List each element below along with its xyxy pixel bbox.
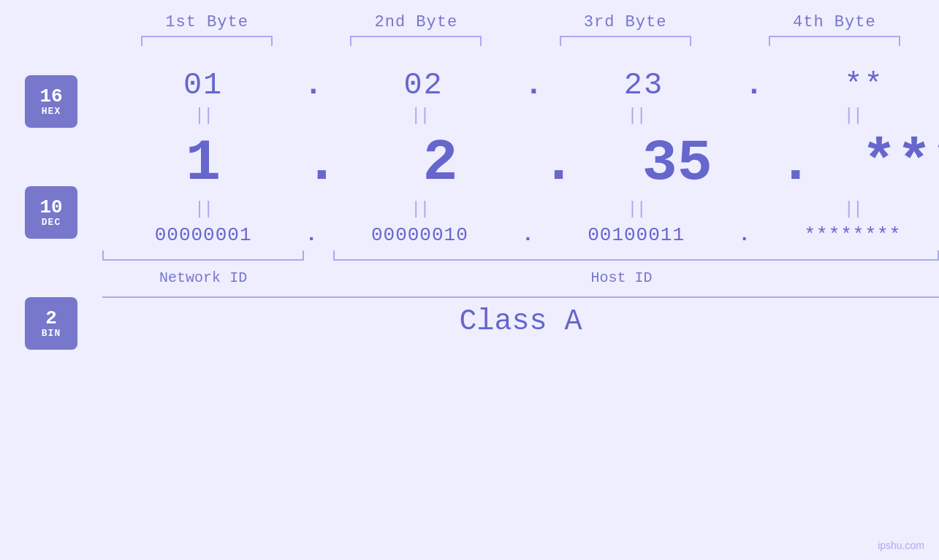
dec-b4-value: ***: [862, 130, 939, 196]
bin-badge-label: BIN: [42, 328, 61, 339]
dec-badge: 10 DEC: [25, 186, 77, 239]
bin-b3-value: 00100011: [588, 224, 685, 246]
eq2-cell3: ||: [536, 199, 737, 219]
bin-b3-cell: 00100011: [536, 224, 737, 246]
dec-b2-value: 2: [422, 130, 457, 196]
network-bracket: [102, 250, 304, 261]
bracket-cell-1: [102, 36, 311, 46]
bin-b1-value: 00000001: [155, 224, 252, 246]
hex-b3-cell: 23: [543, 68, 745, 103]
dec-b3-cell: 35: [577, 130, 778, 196]
hex-dot3: .: [745, 68, 763, 103]
bracket-1: [141, 36, 273, 46]
bin-b4-cell: ********: [752, 224, 939, 246]
equals-row-2: || || || ||: [102, 199, 939, 219]
eq1-4: ||: [843, 106, 862, 126]
header-brackets: [0, 36, 939, 46]
dec-badge-number: 10: [39, 198, 62, 217]
eq1-cell2: ||: [319, 106, 520, 126]
bin-b4-value: ********: [804, 224, 901, 246]
badges-column: 16 HEX 10 DEC 2 BIN: [0, 53, 102, 350]
bin-dot2: .: [521, 223, 536, 246]
hex-b2-cell: 02: [322, 68, 524, 103]
dec-b1-cell: 1: [102, 130, 304, 196]
bin-dot3: .: [737, 223, 752, 246]
byte2-header: 2nd Byte: [311, 13, 520, 31]
class-label: Class A: [102, 305, 939, 338]
data-columns: 01 . 02 . 23 . **: [102, 53, 939, 338]
content-area: 16 HEX 10 DEC 2 BIN 01 .: [0, 53, 939, 560]
host-bracket: [333, 250, 939, 261]
bin-badge: 2 BIN: [25, 297, 77, 350]
byte4-header: 4th Byte: [730, 13, 939, 31]
dec-b2-cell: 2: [339, 130, 541, 196]
hex-b4-cell: **: [763, 68, 939, 103]
bracket-cell-2: [311, 36, 520, 46]
bracket-4: [769, 36, 900, 46]
dec-badge-label: DEC: [42, 217, 61, 228]
hex-badge-label: HEX: [42, 106, 61, 117]
dec-b1-value: 1: [186, 130, 221, 196]
dec-dot1-char: .: [304, 130, 339, 196]
bottom-bracket-container: [102, 250, 939, 265]
eq1-1: ||: [194, 106, 213, 126]
bracket-2: [350, 36, 482, 46]
dec-dot2-char: .: [541, 130, 577, 196]
equals-row-1: || || || ||: [102, 106, 939, 126]
hex-badge: 16 HEX: [25, 75, 77, 128]
eq1-3: ||: [627, 106, 645, 126]
hex-row: 01 . 02 . 23 . **: [102, 68, 939, 103]
class-section: Class A: [102, 296, 939, 338]
dec-row: 1 . 2 . 35 . ***: [102, 130, 939, 196]
hex-dot2: .: [525, 68, 543, 103]
hex-dot1: .: [304, 68, 322, 103]
dec-b3-value: 35: [642, 130, 712, 196]
dec-dot2: .: [541, 130, 577, 196]
host-id-cell: Host ID: [304, 269, 939, 286]
dec-b4-cell: ***: [813, 130, 939, 196]
eq1-2: ||: [411, 106, 429, 126]
eq2-4: ||: [843, 199, 862, 219]
bin-b1-cell: 00000001: [102, 224, 304, 246]
bin-b2-value: 00000010: [371, 224, 468, 246]
bin-dot1: .: [304, 223, 319, 246]
eq2-cell1: ||: [102, 199, 304, 219]
eq2-cell2: ||: [319, 199, 520, 219]
eq2-cell4: ||: [752, 199, 939, 219]
eq2-2: ||: [411, 199, 429, 219]
eq1-cell4: ||: [752, 106, 939, 126]
watermark: ipshu.com: [878, 540, 924, 551]
hex-b2-value: 02: [403, 68, 443, 103]
eq2-3: ||: [627, 199, 645, 219]
dec-dot3-char: .: [778, 130, 813, 196]
hex-b1-value: 01: [183, 68, 223, 103]
host-id-label: Host ID: [591, 269, 653, 286]
network-id-cell: Network ID: [102, 269, 304, 286]
bin-row: 00000001 . 00000010 . 00100011 .: [102, 223, 939, 246]
dec-dot1: .: [304, 130, 339, 196]
bin-b2-cell: 00000010: [319, 224, 520, 246]
hex-b1-cell: 01: [102, 68, 304, 103]
main-container: 1st Byte 2nd Byte 3rd Byte 4th Byte 16 H…: [0, 0, 939, 560]
byte-headers: 1st Byte 2nd Byte 3rd Byte 4th Byte: [0, 13, 939, 31]
byte1-header: 1st Byte: [102, 13, 311, 31]
network-id-label: Network ID: [159, 269, 247, 286]
hex-badge-number: 16: [39, 87, 62, 106]
eq2-1: ||: [194, 199, 213, 219]
bracket-cell-4: [730, 36, 939, 46]
eq1-cell3: ||: [536, 106, 737, 126]
byte3-header: 3rd Byte: [521, 13, 730, 31]
hex-b4-value: **: [844, 68, 883, 103]
bracket-3: [560, 36, 691, 46]
class-bracket-line: [102, 296, 939, 298]
id-labels-row: Network ID Host ID: [102, 269, 939, 286]
dec-dot3: .: [778, 130, 813, 196]
bracket-cell-3: [521, 36, 730, 46]
bin-badge-number: 2: [45, 309, 57, 328]
hex-b3-value: 23: [624, 68, 664, 103]
eq1-cell1: ||: [102, 106, 304, 126]
